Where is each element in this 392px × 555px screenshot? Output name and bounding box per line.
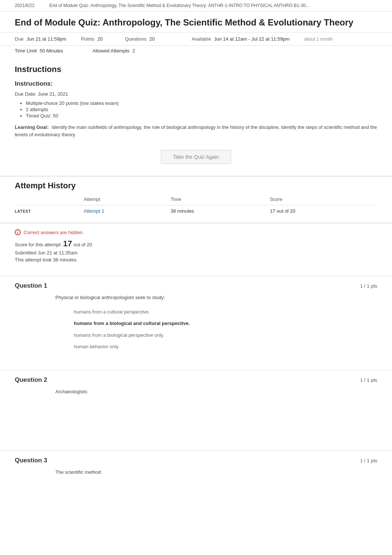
- instructions-label: Instructions:: [0, 77, 392, 90]
- question-header-2: Question 2 1 / 1 pts: [0, 370, 392, 387]
- meta-timelimit-label: Time Limit: [15, 48, 37, 54]
- question-title-3: Question 3: [15, 457, 47, 464]
- question-title-2: Question 2: [15, 376, 47, 384]
- question-body-3: The scientific method:: [0, 467, 392, 481]
- top-bar-breadcrumb: End of Module Quiz: Anthropology, The Sc…: [49, 3, 309, 8]
- meta-questions: Questions 20: [110, 34, 162, 44]
- meta-attempts: Allowed Attempts 2: [71, 47, 142, 54]
- col-badge: [15, 193, 84, 205]
- take-quiz-area: Take the Quiz Again: [0, 141, 392, 176]
- attempt-detail-section: i Correct answers are hidden. Score for …: [0, 223, 392, 270]
- attempt-table-row: LATEST Attempt 1 38 minutes 17 out of 20: [15, 205, 377, 217]
- attempt-score: 17 out of 20: [270, 205, 377, 217]
- bullet-item: 2 attempts: [26, 107, 377, 112]
- score-number: 17: [63, 239, 72, 248]
- meta-available: Available Jun 14 at 12am - Jul 22 at 11:…: [162, 34, 297, 44]
- meta-timelimit: Time Limit 50 Minutes: [15, 47, 71, 54]
- meta-about: about 1 month: [297, 34, 340, 44]
- answer-option-1-3[interactable]: humans from a biological perspective onl…: [0, 329, 392, 341]
- question-block-3: Question 3 1 / 1 pts The scientific meth…: [0, 450, 392, 525]
- meta-attempts-label: Allowed Attempts: [93, 48, 130, 54]
- meta-row-1: Due Jun 21 at 11:59pm Points 20 Question…: [0, 32, 392, 46]
- duration-text: This attempt took 38 minutes.: [15, 257, 377, 263]
- meta-timelimit-value: 50 Minutes: [39, 48, 63, 54]
- meta-due: Due Jun 21 at 11:59pm: [15, 34, 74, 44]
- question-body-1: Physical or biological anthropologists s…: [0, 292, 392, 306]
- question-header-1: Question 1 1 / 1 pts: [0, 276, 392, 292]
- question-spacer-2: [0, 400, 392, 445]
- info-icon: i: [15, 229, 21, 235]
- learning-goal-label: Learning Goal:: [15, 124, 49, 130]
- attempt-badge: LATEST: [15, 205, 84, 217]
- take-quiz-button[interactable]: Take the Quiz Again: [161, 150, 231, 164]
- learning-goal-text: Identify the main subfields of anthropol…: [15, 124, 377, 137]
- meta-row-2: Time Limit 50 Minutes Allowed Attempts 2: [0, 46, 392, 57]
- meta-points-label: Points: [81, 36, 94, 42]
- top-bar-date: 2021/6/22: [15, 3, 34, 8]
- meta-questions-value: 20: [149, 36, 155, 42]
- meta-points: Points 20: [74, 34, 110, 44]
- instructions-section-title: Instructions: [0, 57, 392, 77]
- question-block-1: Question 1 1 / 1 pts Physical or biologi…: [0, 276, 392, 364]
- question-spacer-1: [0, 352, 392, 364]
- question-body-2: Archaeologists:: [0, 387, 392, 400]
- attempt-table-header: Attempt Time Score: [15, 193, 377, 205]
- correct-answers-notice: i Correct answers are hidden.: [15, 229, 377, 235]
- answer-option-1-2[interactable]: humans from a biological and cultural pe…: [0, 318, 392, 329]
- question-pts-2: 1 / 1 pts: [360, 377, 377, 383]
- question-block-2: Question 2 1 / 1 pts Archaeologists:: [0, 370, 392, 445]
- meta-points-value: 20: [97, 36, 103, 42]
- bullet-item: Timed Quiz: 50: [26, 113, 377, 119]
- meta-due-label: Due: [15, 36, 24, 42]
- score-for-attempt-label: Score for this attempt:: [15, 242, 62, 247]
- question-pts-3: 1 / 1 pts: [360, 458, 377, 463]
- questions-container: Question 1 1 / 1 pts Physical or biologi…: [0, 276, 392, 525]
- attempt-history-title: Attempt History: [0, 176, 392, 193]
- attempt-link-cell[interactable]: Attempt 1: [84, 205, 171, 217]
- top-bar: 2021/6/22 End of Module Quiz: Anthropolo…: [0, 0, 392, 11]
- meta-attempts-value: 2: [133, 48, 135, 54]
- score-out-of: out of 20: [73, 242, 92, 247]
- question-spacer-3: [0, 481, 392, 525]
- question-title-1: Question 1: [15, 282, 47, 290]
- col-attempt: Attempt: [84, 193, 171, 205]
- meta-available-label: Available: [192, 36, 211, 42]
- correct-answers-text: Correct answers are hidden.: [24, 230, 84, 235]
- attempt-table: Attempt Time Score LATEST Attempt 1 38 m…: [15, 193, 377, 217]
- page-title: End of Module Quiz: Anthropology, The Sc…: [0, 11, 392, 32]
- attempt-time: 38 minutes: [171, 205, 270, 217]
- question-header-3: Question 3 1 / 1 pts: [0, 451, 392, 467]
- meta-available-value: Jun 14 at 12am - Jul 22 at 11:59pm: [214, 36, 290, 42]
- meta-questions-label: Questions: [125, 36, 147, 42]
- answer-option-1-1[interactable]: humans from a cultural perspective.: [0, 306, 392, 318]
- learning-goal: Learning Goal:Identify the main subfield…: [0, 121, 392, 141]
- attempt-link[interactable]: Attempt 1: [84, 208, 104, 214]
- score-info-line: Score for this attempt: 17 out of 20: [15, 239, 377, 249]
- bullet-list: Multiple-choice 20 points (low stakes ex…: [0, 98, 392, 121]
- answer-option-1-4[interactable]: human behavior only.: [0, 341, 392, 352]
- question-pts-1: 1 / 1 pts: [360, 283, 377, 289]
- meta-due-value: Jun 21 at 11:59pm: [27, 36, 66, 42]
- col-score: Score: [270, 193, 377, 205]
- meta-about-text: about 1 month: [304, 37, 333, 42]
- bullet-item: Multiple-choice 20 points (low stakes ex…: [26, 100, 377, 106]
- due-date-text: Due Date: June 21, 2021: [0, 90, 392, 98]
- submitted-text: Submitted Jun 21 at 11:35am: [15, 250, 377, 256]
- col-time: Time: [171, 193, 270, 205]
